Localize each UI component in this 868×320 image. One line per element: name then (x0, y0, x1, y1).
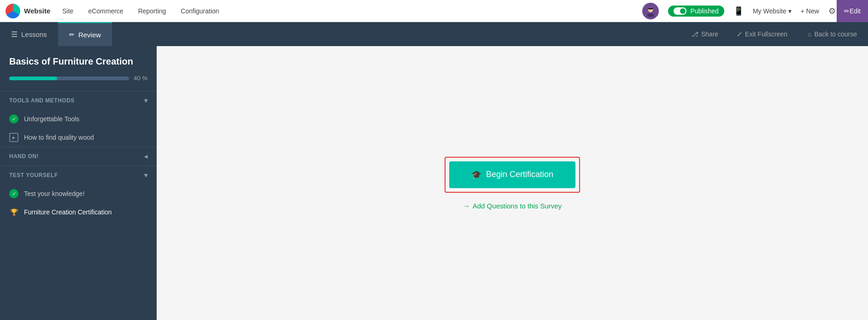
section-hand-on[interactable]: HAND ON! ◂ (0, 147, 157, 166)
logo-icon (6, 4, 20, 18)
course-title: Basics of Furniture Creation (0, 46, 157, 71)
trophy-icon: 🏆 (9, 207, 18, 217)
review-label: Review (78, 31, 101, 39)
add-questions-link[interactable]: → Add Questions to this Survey (463, 202, 562, 210)
arrow-right-icon: → (463, 202, 470, 210)
section-handon-label: HAND ON! (9, 153, 39, 160)
nav-site[interactable]: Site (59, 6, 76, 17)
new-button[interactable]: + New (801, 7, 819, 15)
chevron-down-icon: ▾ (788, 7, 792, 15)
user-avatar[interactable] (642, 3, 659, 19)
exit-fullscreen-button[interactable]: ⤢ Exit Fullscreen (727, 22, 797, 46)
lesson-label: Test your knowledge! (24, 190, 85, 197)
svg-rect-2 (647, 13, 654, 17)
list-item[interactable]: 🏆 Furniture Creation Certification (0, 203, 157, 221)
review-tab[interactable]: ✏ Review (58, 22, 112, 46)
back-to-course-label: Back to course (814, 30, 857, 38)
exit-fullscreen-label: Exit Fullscreen (745, 30, 787, 38)
section-tools-and-methods[interactable]: TOOLS AND METHODS ▾ (0, 91, 157, 110)
share-icon: ⎇ (691, 30, 698, 38)
pencil-icon: ✏ (69, 31, 75, 38)
main-layout: Basics of Furniture Creation 40 % TOOLS … (0, 46, 868, 320)
nav-configuration[interactable]: Configuration (178, 6, 222, 17)
mobile-icon[interactable]: 📱 (733, 6, 744, 16)
check-icon: ✓ (9, 114, 18, 124)
video-icon: ▶ (9, 133, 18, 142)
progress-text: 40 % (134, 75, 147, 82)
toggle-switch (674, 7, 686, 15)
lesson-label: Unforgettable Tools (24, 115, 79, 123)
avatar-icon (644, 5, 657, 18)
top-nav-bar: Website Site eCommerce Reporting Configu… (0, 0, 868, 22)
list-item[interactable]: ✓ Test your knowledge! (0, 184, 157, 203)
add-questions-label: Add Questions to this Survey (473, 202, 562, 210)
new-label: + New (801, 7, 819, 15)
begin-certification-wrapper: 🎓 Begin Certification (445, 157, 580, 193)
share-label: Share (701, 30, 718, 38)
home-icon: ⌂ (808, 30, 811, 38)
begin-certification-button[interactable]: 🎓 Begin Certification (449, 161, 575, 188)
exit-fullscreen-icon: ⤢ (737, 30, 742, 38)
hamburger-icon: ☰ (11, 30, 18, 39)
edit-button[interactable]: ✏ Edit (837, 0, 868, 22)
edit-label: Edit (850, 7, 861, 15)
brand-name: Website (24, 7, 50, 15)
section-tools-label: TOOLS AND METHODS (9, 97, 75, 104)
my-website-label: My Website (753, 7, 786, 15)
logo[interactable]: Website (6, 4, 50, 18)
gear-icon[interactable]: ⚙ (828, 6, 836, 16)
list-item[interactable]: ▶ How to find quality wood (0, 128, 157, 147)
graduation-cap-icon: 🎓 (471, 170, 481, 180)
progress-bar-fill (9, 77, 57, 80)
progress-bar-container: 40 % (0, 71, 157, 91)
edit-icon: ✏ (844, 7, 850, 15)
section-tools-arrow: ▾ (144, 97, 148, 104)
nav-reporting[interactable]: Reporting (135, 6, 169, 17)
published-toggle[interactable]: Published (668, 6, 724, 17)
progress-bar-background (9, 77, 129, 80)
nav-ecommerce[interactable]: eCommerce (85, 6, 126, 17)
lessons-tab[interactable]: ☰ Lessons (0, 22, 58, 46)
section-test-arrow: ▾ (144, 172, 148, 179)
content-area: 🎓 Begin Certification → Add Questions to… (157, 46, 868, 320)
section-test-label: TEST YOURSELF (9, 172, 58, 178)
content-inner: 🎓 Begin Certification → Add Questions to… (445, 157, 580, 210)
begin-certification-label: Begin Certification (486, 170, 553, 179)
list-item[interactable]: ✓ Unforgettable Tools (0, 110, 157, 128)
section-handon-arrow: ◂ (144, 153, 148, 160)
lesson-label: Furniture Creation Certification (24, 208, 112, 216)
check-icon: ✓ (9, 189, 18, 198)
section-test-yourself[interactable]: TEST YOURSELF ▾ (0, 166, 157, 184)
my-website-button[interactable]: My Website ▾ (753, 7, 792, 15)
second-nav-bar: ☰ Lessons ✏ Review ⎇ Share ⤢ Exit Fullsc… (0, 22, 868, 46)
lessons-label: Lessons (21, 30, 47, 38)
published-label: Published (690, 7, 719, 15)
sidebar: Basics of Furniture Creation 40 % TOOLS … (0, 46, 157, 320)
lesson-label: How to find quality wood (24, 134, 94, 141)
share-button[interactable]: ⎇ Share (682, 22, 727, 46)
svg-rect-3 (648, 8, 653, 10)
back-to-course-button[interactable]: ⌂ Back to course (797, 22, 868, 46)
